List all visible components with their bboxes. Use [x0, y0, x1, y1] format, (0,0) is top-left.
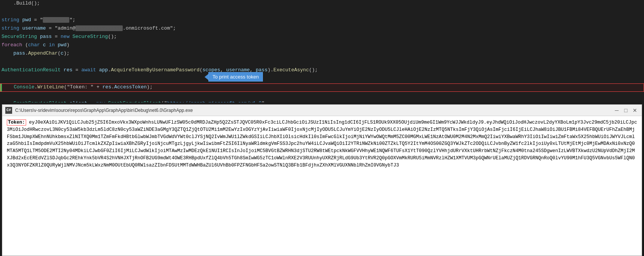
tooltip-container: To print access token [205, 72, 263, 82]
token-plain: ) [67, 42, 70, 48]
line-content: foreach (char c in pwd) [0, 42, 644, 48]
terminal-titlebar: C# C:\Users\v-sridevim\source\repos\Grap… [2, 105, 642, 116]
token-plain: ( [22, 42, 28, 48]
token-value: eyJ0eXAiOiJKV1QiLCJub25jZSI6ImxoVkx3WXpo… [7, 120, 637, 168]
line-content: pass.AppendChar(c); [0, 50, 644, 56]
token-type: AuthenticationResult [2, 67, 61, 73]
terminal-app-icon: C# [5, 107, 12, 114]
token-plain [19, 25, 22, 31]
token-plain: (" [161, 101, 167, 102]
token-plain: ); [64, 50, 70, 56]
code-editor: .Build(); string pwd = "xxxxxxxxx";strin… [0, 0, 644, 102]
code-line [0, 75, 644, 83]
token-var: pwd [22, 17, 31, 23]
token-plain: ", [262, 101, 268, 102]
token-kw: new [96, 101, 105, 102]
minimize-button[interactable]: ─ [613, 107, 621, 114]
token-var: pass [13, 50, 25, 56]
line-content [0, 92, 644, 98]
token-var: pwd [58, 42, 66, 48]
titlebar-buttons: ─ □ ✕ [613, 107, 639, 114]
code-line [0, 92, 644, 100]
token-var: AccessToken [114, 84, 147, 90]
green-line-indicator [0, 84, 2, 91]
token-plain: = [52, 34, 61, 39]
code-line: pass.AppendChar(c); [0, 50, 644, 58]
line-content [0, 9, 644, 14]
line-content: SecureString pass = new SecureString(); [0, 34, 644, 39]
code-line: string username = "admin@xxxxxxxxxxxxxxx… [0, 25, 644, 33]
line-content: string pwd = "xxxxxxxxx"; [0, 17, 644, 23]
token-kw: string [2, 17, 19, 23]
token-plain: .onmicrosoft.com"; [123, 25, 176, 31]
token-kw2: foreach [2, 42, 22, 48]
line-content: .Build(); [0, 0, 644, 6]
token-type: SecureString [72, 34, 108, 39]
token-plain: ). [267, 67, 274, 73]
token-plain: . [34, 84, 38, 90]
token-plain: ); [147, 84, 153, 90]
token-method: ExecuteAsync [274, 67, 309, 73]
token-var: client [69, 101, 87, 102]
token-plain: (); [108, 34, 117, 39]
token-var: res [64, 67, 72, 73]
token-plain: ( [200, 67, 203, 73]
token-type: Console [14, 84, 34, 90]
token-plain: ("Token: " + [64, 84, 102, 90]
code-line: SecureString pass = new SecureString(); [0, 33, 644, 42]
token-redacted: xxxxxxxxxxxxxxxx [75, 25, 123, 31]
line-content: string username = "admin@xxxxxxxxxxxxxxx… [0, 25, 644, 31]
token-plain [105, 101, 108, 102]
terminal-title: C:\Users\v-sridevim\source\repos\GraphAp… [15, 108, 610, 113]
token-var: c [43, 42, 46, 48]
code-line [0, 58, 644, 67]
token-type: GraphServiceClient [108, 101, 161, 102]
token-var: username [22, 25, 46, 31]
code-line: Console.WriteLine("Token: " + res.Access… [0, 83, 644, 92]
token-plain: = [72, 67, 81, 73]
token-plain: = [87, 101, 96, 102]
code-line: .Build(); [0, 0, 644, 8]
token-kw: string [2, 25, 19, 31]
token-method: WriteLine [38, 84, 64, 90]
token-label: Token: [7, 119, 26, 126]
token-kw: new [61, 34, 69, 39]
close-button[interactable]: ✕ [631, 107, 639, 114]
token-plain: "; [69, 17, 75, 23]
token-var: app [99, 67, 108, 73]
code-line: AuthenticationResult res = await app.Acq… [0, 67, 644, 75]
token-plain [61, 67, 64, 73]
code-line [0, 8, 644, 17]
token-plain [19, 17, 22, 23]
token-blue-link: https://graph.microsoft.com/v1.0 [167, 101, 262, 102]
token-plain: = "admin@ [46, 25, 75, 31]
token-plain: (); [309, 67, 317, 73]
line-content [0, 75, 644, 81]
token-plain: = " [31, 17, 43, 23]
token-kw: char [28, 42, 40, 48]
code-line: GraphServiceClient client = new GraphSer… [0, 100, 644, 102]
token-plain: ( [58, 50, 61, 56]
token-plain: . [108, 67, 111, 73]
token-method: AcquireTokenByUsernamePassword [111, 67, 200, 73]
terminal-window: C# C:\Users\v-sridevim\source\repos\Grap… [2, 104, 642, 256]
token-plain [2, 101, 13, 102]
token-plain [2, 50, 13, 56]
tooltip-text: To print access token [208, 72, 263, 82]
token-var: res [102, 84, 111, 90]
code-line: string pwd = "xxxxxxxxx"; [0, 17, 644, 25]
token-type: SecureString [2, 34, 37, 39]
token-var: c [61, 50, 64, 56]
tooltip-arrow [205, 74, 208, 80]
maximize-button[interactable]: □ [622, 107, 630, 114]
line-content [0, 59, 644, 64]
token-plain: . [111, 84, 114, 90]
code-line: foreach (char c in pwd) [0, 42, 644, 50]
token-kw: in [49, 42, 55, 48]
token-var: pass [40, 34, 52, 39]
token-redacted: xxxxxxxxx [43, 17, 69, 23]
line-content: AuthenticationResult res = await app.Acq… [0, 67, 644, 73]
token-kw: await [81, 67, 96, 73]
token-method: AppendChar [28, 50, 58, 56]
token-plain: .Build(); [2, 0, 40, 6]
